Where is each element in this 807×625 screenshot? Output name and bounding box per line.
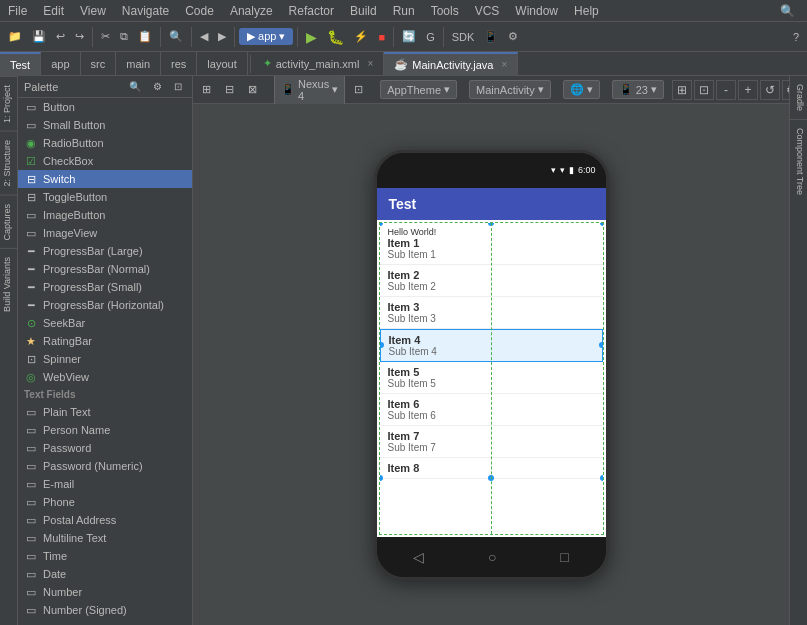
tab-res[interactable]: res: [161, 52, 197, 76]
palette-item-radiobutton[interactable]: ◉ RadioButton: [18, 134, 192, 152]
zoom-in-btn[interactable]: +: [738, 80, 758, 100]
palette-item-switch[interactable]: ⊟ Switch: [18, 170, 192, 188]
sdk-btn[interactable]: SDK: [448, 29, 479, 45]
right-nav[interactable]: ▶: [214, 28, 230, 45]
design-view-btn[interactable]: ⊞: [672, 80, 692, 100]
palette-item-number[interactable]: ▭ Number: [18, 583, 192, 601]
redo-btn[interactable]: ↪: [71, 28, 88, 45]
tab-app[interactable]: app: [41, 52, 80, 76]
tab-gradle[interactable]: Gradle: [790, 76, 807, 120]
palette-close-btn[interactable]: ⊡: [170, 79, 186, 94]
avd-btn[interactable]: 📱: [480, 28, 502, 45]
canvas-settings-btn[interactable]: ⚙: [782, 80, 789, 100]
menu-vcs[interactable]: VCS: [467, 2, 508, 20]
menu-help[interactable]: Help: [566, 2, 607, 20]
zoom-out-btn[interactable]: -: [716, 80, 736, 100]
sync-btn[interactable]: 🔄: [398, 28, 420, 45]
paste-btn[interactable]: 📋: [134, 28, 156, 45]
tab-test[interactable]: Test: [0, 52, 41, 76]
open-btn[interactable]: 📁: [4, 28, 26, 45]
menu-edit[interactable]: Edit: [35, 2, 72, 20]
palette-item-button[interactable]: ▭ Button: [18, 98, 192, 116]
nav-back-btn[interactable]: ◁: [413, 549, 424, 565]
palette-item-email[interactable]: ▭ E-mail: [18, 475, 192, 493]
palette-item-seekbar[interactable]: ⊙ SeekBar: [18, 314, 192, 332]
tab-src[interactable]: src: [81, 52, 117, 76]
activity-dropdown[interactable]: MainActivity ▾: [469, 80, 551, 99]
palette-item-date[interactable]: ▭ Date: [18, 565, 192, 583]
palette-item-small-button[interactable]: ▭ Small Button: [18, 116, 192, 134]
palette-options-btn[interactable]: ⚙: [149, 79, 166, 94]
palette-item-progressbar-small[interactable]: ━ ProgressBar (Small): [18, 278, 192, 296]
menu-tools[interactable]: Tools: [423, 2, 467, 20]
palette-item-checkbox[interactable]: ☑ CheckBox: [18, 152, 192, 170]
palette-item-password-numeric[interactable]: ▭ Password (Numeric): [18, 457, 192, 475]
palette-item-spinner[interactable]: ⊡ Spinner: [18, 350, 192, 368]
nav-recent-btn[interactable]: □: [560, 549, 568, 565]
help-btn[interactable]: ?: [789, 29, 803, 45]
palette-item-multiline-text[interactable]: ▭ Multiline Text: [18, 529, 192, 547]
menu-navigate[interactable]: Navigate: [114, 2, 177, 20]
menu-window[interactable]: Window: [507, 2, 566, 20]
device-dropdown[interactable]: 📱 Nexus 4 ▾: [274, 76, 345, 105]
palette-item-person-name[interactable]: ▭ Person Name: [18, 421, 192, 439]
menu-build[interactable]: Build: [342, 2, 385, 20]
palette-item-number-signed[interactable]: ▭ Number (Signed): [18, 601, 192, 619]
palette-item-progressbar-normal[interactable]: ━ ProgressBar (Normal): [18, 260, 192, 278]
undo-btn[interactable]: ↩: [52, 28, 69, 45]
menu-view[interactable]: View: [72, 2, 114, 20]
api-dropdown[interactable]: 📱 23 ▾: [612, 80, 664, 99]
align-center-btn[interactable]: ⊟: [220, 81, 239, 98]
list-content[interactable]: Hello World! Item 1 Sub Item 1 Item 2 Su…: [379, 222, 604, 535]
tab-activity-xml-close[interactable]: ×: [367, 58, 373, 69]
settings-btn[interactable]: ⚙: [504, 28, 522, 45]
palette-item-phone[interactable]: ▭ Phone: [18, 493, 192, 511]
palette-item-ratingbar[interactable]: ★ RatingBar: [18, 332, 192, 350]
zoom-fit-btn[interactable]: ⊡: [694, 80, 714, 100]
search-btn[interactable]: 🔍: [772, 2, 803, 20]
palette-item-postal-address[interactable]: ▭ Postal Address: [18, 511, 192, 529]
tab-layout[interactable]: layout: [197, 52, 247, 76]
run-btn[interactable]: ▶: [302, 27, 321, 47]
rotate-btn[interactable]: ⊡: [349, 81, 368, 98]
save-btn[interactable]: 💾: [28, 28, 50, 45]
tab-activity-xml[interactable]: ✦ activity_main.xml ×: [253, 52, 385, 76]
tab-mainactivity-java[interactable]: ☕ MainActivity.java ×: [384, 52, 518, 76]
locale-dropdown[interactable]: 🌐 ▾: [563, 80, 600, 99]
nav-home-btn[interactable]: ○: [488, 549, 496, 565]
palette-item-progressbar-horizontal[interactable]: ━ ProgressBar (Horizontal): [18, 296, 192, 314]
palette-item-time[interactable]: ▭ Time: [18, 547, 192, 565]
copy-btn[interactable]: ⧉: [116, 28, 132, 45]
menu-run[interactable]: Run: [385, 2, 423, 20]
tab-build-variants[interactable]: Build Variants: [0, 248, 18, 320]
cut-btn[interactable]: ✂: [97, 28, 114, 45]
app-dropdown[interactable]: ▶ app ▾: [239, 28, 293, 45]
align-right-btn[interactable]: ⊠: [243, 81, 262, 98]
profile-btn[interactable]: ⚡: [350, 28, 372, 45]
refresh-btn[interactable]: ↺: [760, 80, 780, 100]
tab-project[interactable]: 1: Project: [0, 76, 18, 131]
tab-captures[interactable]: Captures: [0, 195, 18, 249]
stop-btn[interactable]: ■: [374, 29, 389, 45]
align-left-btn[interactable]: ⊞: [197, 81, 216, 98]
palette-item-imagebutton[interactable]: ▭ ImageButton: [18, 206, 192, 224]
theme-dropdown[interactable]: AppTheme ▾: [380, 80, 457, 99]
left-nav[interactable]: ◀: [196, 28, 212, 45]
debug-btn[interactable]: 🐛: [323, 27, 348, 47]
palette-item-webview[interactable]: ◎ WebView: [18, 368, 192, 386]
palette-item-password[interactable]: ▭ Password: [18, 439, 192, 457]
menu-refactor[interactable]: Refactor: [281, 2, 342, 20]
tab-structure[interactable]: 2: Structure: [0, 131, 18, 195]
menu-file[interactable]: File: [0, 2, 35, 20]
find-btn[interactable]: 🔍: [165, 28, 187, 45]
palette-item-progressbar-large[interactable]: ━ ProgressBar (Large): [18, 242, 192, 260]
palette-search-btn[interactable]: 🔍: [125, 79, 145, 94]
tab-main[interactable]: main: [116, 52, 161, 76]
menu-analyze[interactable]: Analyze: [222, 2, 281, 20]
gradle-btn[interactable]: G: [422, 29, 439, 45]
tab-mainactivity-java-close[interactable]: ×: [501, 59, 507, 70]
palette-item-togglebutton[interactable]: ⊟ ToggleButton: [18, 188, 192, 206]
palette-item-plain-text[interactable]: ▭ Plain Text: [18, 403, 192, 421]
tab-component-tree[interactable]: Component Tree: [790, 120, 807, 203]
palette-item-imageview[interactable]: ▭ ImageView: [18, 224, 192, 242]
